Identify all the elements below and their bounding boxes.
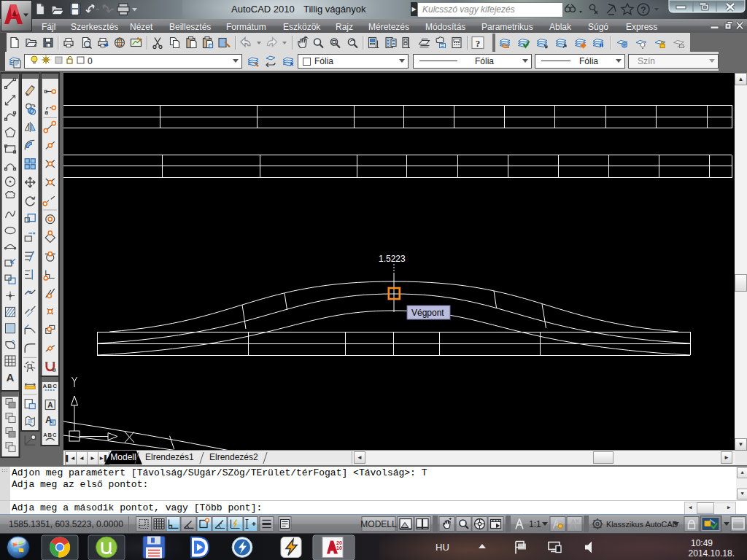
svg-text:ABC: ABC (43, 383, 58, 389)
svg-text:2014.10.18.: 2014.10.18. (689, 548, 735, 559)
svg-text:HU: HU (436, 542, 449, 553)
svg-text:1.5223: 1.5223 (379, 254, 406, 264)
svg-text:A: A (47, 401, 53, 409)
svg-text:10:49: 10:49 (691, 538, 713, 548)
svg-text:?: ? (640, 5, 646, 15)
svg-text:?: ? (476, 38, 481, 49)
svg-text:20: 20 (336, 540, 342, 545)
svg-text:10: 10 (336, 545, 342, 551)
svg-text:ABC: ABC (43, 432, 57, 438)
svg-text:A: A (7, 371, 15, 384)
svg-text:Végpont: Végpont (411, 308, 444, 318)
svg-text:Klasszikus AutoCAD: Klasszikus AutoCAD (606, 520, 678, 529)
svg-text:1:1: 1:1 (529, 519, 541, 529)
svg-text:MODELL: MODELL (360, 519, 397, 529)
